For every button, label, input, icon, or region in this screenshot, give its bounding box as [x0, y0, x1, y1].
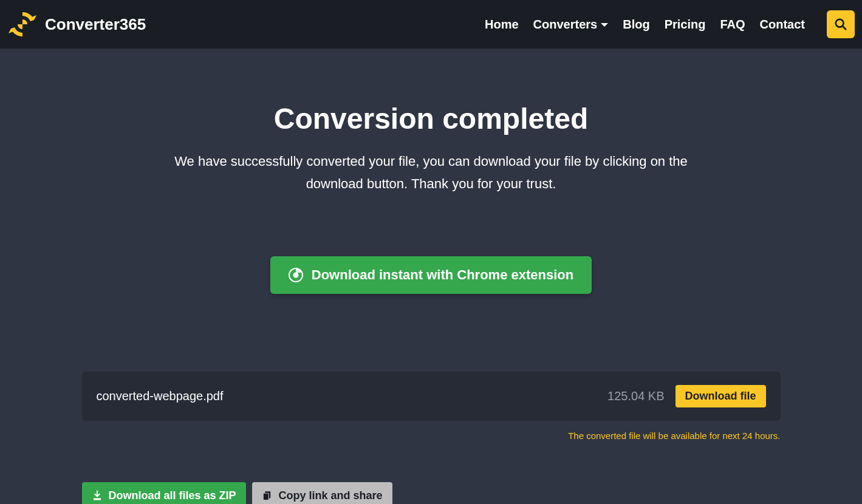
- nav-pricing[interactable]: Pricing: [665, 18, 706, 32]
- availability-notice: The converted file will be available for…: [82, 431, 781, 441]
- file-size: 125.04 KB: [607, 389, 664, 403]
- nav-home[interactable]: Home: [485, 18, 519, 32]
- brand-name: Converter365: [45, 15, 146, 34]
- main-content: Conversion completed We have successfull…: [0, 49, 862, 504]
- copy-icon: [262, 490, 273, 501]
- copy-link-button[interactable]: Copy link and share: [252, 482, 392, 504]
- nav: Home Converters Blog Pricing FAQ Contact: [485, 10, 855, 38]
- svg-line-4: [843, 26, 846, 30]
- nav-converters[interactable]: Converters: [533, 18, 609, 32]
- svg-rect-8: [263, 494, 269, 500]
- download-icon: [92, 490, 103, 501]
- chrome-button-label: Download instant with Chrome extension: [312, 267, 573, 283]
- chevron-down-icon: [601, 23, 608, 27]
- nav-faq[interactable]: FAQ: [720, 18, 745, 32]
- file-name: converted-webpage.pdf: [97, 389, 224, 403]
- file-meta: 125.04 KB Download file: [607, 385, 765, 407]
- file-row: converted-webpage.pdf 125.04 KB Download…: [82, 372, 781, 421]
- download-file-button[interactable]: Download file: [676, 385, 766, 407]
- logo[interactable]: Converter365: [7, 9, 146, 39]
- download-zip-button[interactable]: Download all files as ZIP: [82, 482, 246, 504]
- actions-row: Download all files as ZIP Copy link and …: [82, 482, 781, 504]
- page-title: Conversion completed: [0, 102, 862, 135]
- chrome-extension-button[interactable]: Download instant with Chrome extension: [270, 256, 592, 294]
- nav-blog[interactable]: Blog: [623, 18, 649, 32]
- file-section: converted-webpage.pdf 125.04 KB Download…: [82, 372, 781, 504]
- logo-icon: [7, 9, 38, 39]
- svg-point-6: [293, 272, 298, 278]
- search-button[interactable]: [827, 10, 855, 38]
- nav-contact[interactable]: Contact: [760, 18, 805, 32]
- page-subtitle: We have successfully converted your file…: [158, 150, 705, 196]
- chrome-icon: [289, 268, 303, 282]
- search-icon: [834, 18, 847, 31]
- header: Converter365 Home Converters Blog Pricin…: [0, 0, 862, 49]
